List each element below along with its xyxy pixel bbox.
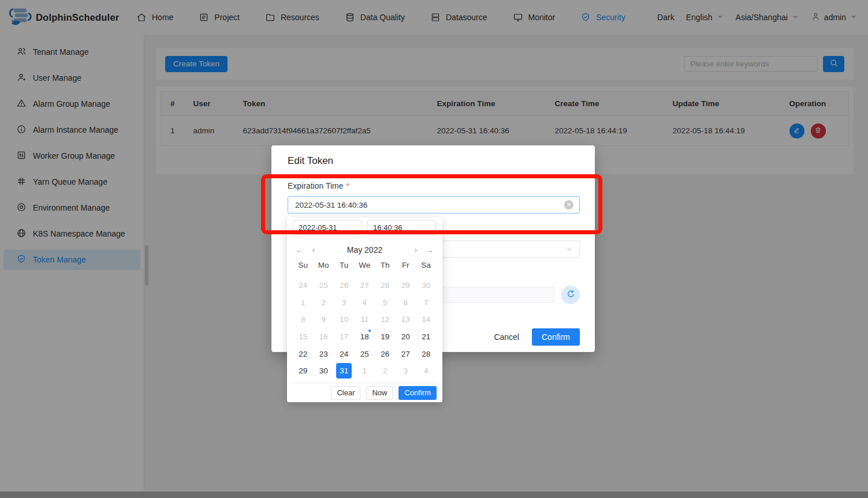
date-input[interactable] [293,220,362,235]
calendar-day[interactable]: 8 [293,311,314,328]
calendar-day[interactable]: 24 [334,345,355,362]
calendar-header: ← ‹ May 2022 › → [293,242,437,257]
calendar-day[interactable]: 13 [396,311,416,328]
calendar-day[interactable]: 29 [293,362,314,380]
fast-next-year-icon[interactable]: → [423,245,437,254]
calendar-day[interactable]: 1 [355,362,375,380]
clear-input-icon[interactable]: ✕ [564,200,573,209]
calendar-day[interactable]: 6 [396,294,416,312]
calendar-day[interactable]: 4 [416,362,437,380]
expiration-time-value: 2022-05-31 16:40:36 [295,201,367,209]
calendar-confirm-button[interactable]: Confirm [398,386,437,400]
prev-month-icon[interactable]: ‹ [307,245,321,254]
calendar-day[interactable]: 2 [314,294,334,312]
calendar-day[interactable]: 27 [355,277,375,294]
calendar-day[interactable]: 26 [375,345,396,362]
calendar-day[interactable]: 19 [375,328,396,346]
refresh-token-button[interactable] [561,286,580,304]
calendar-footer: Clear Now Confirm [293,383,437,400]
modal-title: Edit Token [288,155,580,167]
weekday-label: Fr [396,261,416,271]
calendar-day[interactable]: 12 [375,311,396,328]
weekday-label: Su [293,261,314,271]
calendar-day[interactable]: 28 [416,345,437,362]
fast-prev-year-icon[interactable]: ← [293,245,307,254]
calendar-day[interactable]: 30 [416,277,437,294]
calendar-day[interactable]: 26 [334,277,355,294]
calendar-day[interactable]: 27 [396,345,416,362]
weekday-label: Th [375,261,396,271]
calendar-day[interactable]: 20 [396,328,416,346]
weekday-label: Mo [314,261,334,271]
weekday-label: We [355,261,375,271]
app-root: DolphinScheduler HomeProjectResourcesDat… [0,0,868,498]
calendar-day[interactable]: 29 [396,277,416,294]
calendar-day[interactable]: 3 [334,294,355,312]
calendar-grid: 2425262728293012345678910111213141516171… [293,277,437,380]
weekday-label: Sa [416,261,437,271]
calendar-day-today[interactable]: 18 [355,328,375,346]
datetime-picker-panel: ← ‹ May 2022 › → SuMoTuWeThFrSa 24252627… [287,218,442,402]
calendar-day[interactable]: 21 [416,328,437,346]
calendar-day[interactable]: 23 [314,345,334,362]
calendar-day-selected[interactable]: 31 [334,362,355,380]
chevron-down-icon [565,245,573,255]
calendar-day[interactable]: 16 [314,328,334,346]
expiration-time-label: Expiration Time* [288,181,580,193]
weekday-label: Tu [334,261,355,271]
calendar-day[interactable]: 5 [375,294,396,312]
calendar-clear-button[interactable]: Clear [331,386,360,400]
calendar-day[interactable]: 3 [396,362,416,380]
calendar-day[interactable]: 25 [355,345,375,362]
cancel-button[interactable]: Cancel [490,328,523,346]
expiration-time-label-text: Expiration Time [288,181,343,190]
calendar-day[interactable]: 28 [375,277,396,294]
time-input[interactable] [367,220,436,235]
weekday-row: SuMoTuWeThFrSa [293,261,437,271]
refresh-icon [566,289,576,301]
datetime-inputs [293,218,437,235]
calendar-day[interactable]: 2 [375,362,396,380]
calendar-day[interactable]: 22 [293,345,314,362]
calendar-day[interactable]: 25 [314,277,334,294]
calendar-day[interactable]: 9 [314,311,334,328]
calendar-day[interactable]: 11 [355,311,375,328]
month-title: May 2022 [321,245,409,254]
calendar-now-button[interactable]: Now [366,386,393,400]
calendar-day[interactable]: 15 [293,328,314,346]
expiration-time-input[interactable]: 2022-05-31 16:40:36 ✕ [288,196,580,214]
calendar-day[interactable]: 17 [334,328,355,346]
calendar-day[interactable]: 24 [293,277,314,294]
calendar-day[interactable]: 10 [334,311,355,328]
calendar-day[interactable]: 1 [293,294,314,312]
calendar-day[interactable]: 4 [355,294,375,312]
calendar-day[interactable]: 30 [314,362,334,380]
confirm-button[interactable]: Confirm [532,328,580,346]
required-mark: * [346,181,349,190]
next-month-icon[interactable]: › [409,245,423,254]
calendar-day[interactable]: 7 [416,294,437,312]
calendar-day[interactable]: 14 [416,311,437,328]
